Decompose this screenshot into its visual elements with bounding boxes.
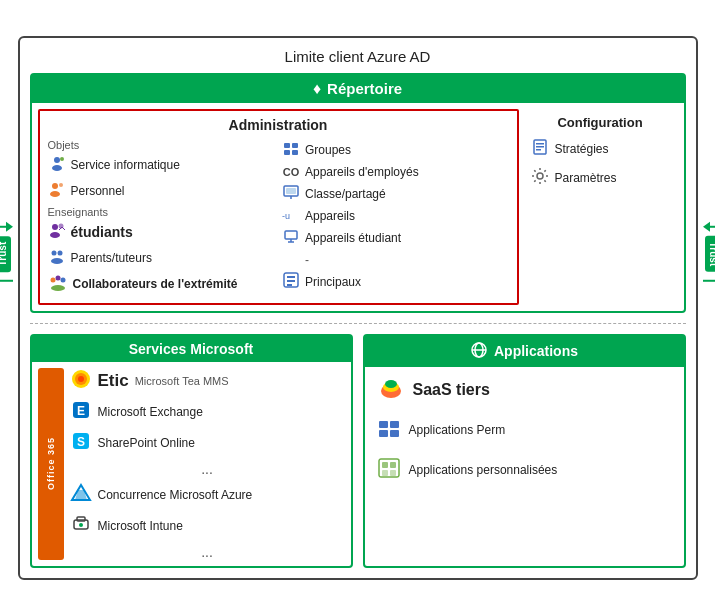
appareils-etudiant-label: Appareils étudiant <box>305 231 401 245</box>
dash-item: - <box>282 253 509 267</box>
svg-rect-21 <box>286 188 296 194</box>
repertoire-box: ♦ Répertoire Administration Objets <box>30 73 686 313</box>
dots2: ... <box>70 544 345 560</box>
appareils-employes-icon: CO <box>282 166 300 178</box>
svg-rect-16 <box>284 143 290 148</box>
svg-point-7 <box>50 232 60 238</box>
admin-group1-label: Objets <box>48 139 275 151</box>
enseignants-label: Enseignants <box>48 206 275 218</box>
repertoire-header: ♦ Répertoire <box>32 75 684 103</box>
app-custom-label: Applications personnalisées <box>409 463 558 477</box>
app-custom-icon <box>377 457 401 483</box>
svg-rect-27 <box>287 276 295 278</box>
svg-point-1 <box>52 165 62 171</box>
parametres-icon <box>531 167 549 189</box>
trust-left-label: Trust <box>0 235 11 271</box>
svg-rect-59 <box>390 462 396 468</box>
parents-label: Parents/tuteurs <box>71 251 152 265</box>
personnel-item: Personnel <box>48 180 275 202</box>
svg-point-6 <box>52 224 58 230</box>
service-informatique-icon <box>48 154 66 176</box>
service-informatique-label: Service informatique <box>71 158 180 172</box>
dots1: ... <box>70 461 345 477</box>
groupes-item: Groupes <box>282 139 509 161</box>
parents-item: Parents/tuteurs <box>48 247 275 269</box>
services-header: Services Microsoft <box>32 336 351 362</box>
collaborateurs-icon <box>48 273 68 295</box>
saas-label: SaaS tiers <box>413 381 490 399</box>
personnel-icon <box>48 180 66 202</box>
svg-rect-45 <box>77 517 85 521</box>
svg-point-12 <box>50 277 55 282</box>
svg-point-9 <box>51 250 56 255</box>
apps-header: Applications <box>365 336 684 367</box>
appareils-employes-label: Appareils d'employés <box>305 165 419 179</box>
svg-rect-28 <box>287 280 295 282</box>
classe-item: Classe/partagé <box>282 183 509 205</box>
appareils-etudiant-icon <box>282 227 300 249</box>
services-box: Services Microsoft Office 365 <box>30 334 353 568</box>
parametres-item: Paramètres <box>531 167 670 189</box>
principaux-label: Principaux <box>305 275 361 289</box>
svg-rect-18 <box>284 150 290 155</box>
svg-rect-23 <box>285 231 297 239</box>
svg-rect-19 <box>292 150 298 155</box>
svg-rect-61 <box>390 470 396 476</box>
svg-point-4 <box>50 191 60 197</box>
svg-point-52 <box>385 380 397 388</box>
dashed-divider <box>30 323 686 324</box>
svg-point-2 <box>60 157 64 161</box>
svg-rect-58 <box>382 462 388 468</box>
appareils-employes-item: CO Appareils d'employés <box>282 165 509 179</box>
groupes-icon <box>282 139 300 161</box>
sharepoint-icon: S <box>70 430 92 456</box>
admin-title: Administration <box>48 117 509 133</box>
outer-title: Limite client Azure AD <box>30 48 686 65</box>
principaux-item: Principaux <box>282 271 509 293</box>
exchange-item: E Microsoft Exchange <box>70 399 345 425</box>
svg-rect-54 <box>390 421 399 428</box>
svg-point-34 <box>537 173 543 179</box>
intune-label: Microsoft Intune <box>98 519 183 533</box>
apps-globe-icon <box>470 341 488 362</box>
appareils-etudiant-item: Appareils étudiant <box>282 227 509 249</box>
svg-rect-17 <box>292 143 298 148</box>
svg-text:E: E <box>76 404 84 418</box>
etic-icon <box>70 368 92 394</box>
svg-point-0 <box>54 157 60 163</box>
collaborateurs-label: Collaborateurs de l'extrémité <box>73 277 238 291</box>
administration-section: Administration Objets Service informatiq… <box>38 109 519 305</box>
personnel-label: Personnel <box>71 184 125 198</box>
classe-icon <box>282 183 300 205</box>
office365-label: Office 365 <box>46 437 56 490</box>
app-perm-item: Applications Perm <box>377 417 672 443</box>
apps-box: Applications SaaS tiers <box>363 334 686 568</box>
etudiants-icon <box>48 221 66 243</box>
saas-icon <box>377 377 405 403</box>
svg-rect-55 <box>379 430 388 437</box>
app-custom-item: Applications personnalisées <box>377 457 672 483</box>
svg-point-13 <box>55 275 60 280</box>
trust-right-label: Trust <box>705 235 716 271</box>
strategies-item: Stratégies <box>531 138 670 160</box>
azure-item: Concurrence Microsoft Azure <box>70 482 345 508</box>
svg-point-15 <box>51 285 65 291</box>
svg-point-11 <box>51 258 63 264</box>
svg-point-10 <box>57 250 62 255</box>
svg-rect-33 <box>536 149 541 151</box>
classe-label: Classe/partagé <box>305 187 386 201</box>
etic-item: Etic Microsoft Tea MMS <box>70 368 345 394</box>
strategies-icon <box>531 138 549 160</box>
intune-icon <box>70 513 92 539</box>
svg-point-46 <box>79 523 83 527</box>
etic-label: Etic <box>98 371 129 391</box>
etudiants-label: étudiants <box>71 224 133 240</box>
etudiants-item: étudiants <box>48 221 275 243</box>
sharepoint-label: SharePoint Online <box>98 436 195 450</box>
appareils-icon: -u <box>282 211 300 221</box>
appareils-label: Appareils <box>305 209 355 223</box>
svg-text:S: S <box>76 435 84 449</box>
groupes-label: Groupes <box>305 143 351 157</box>
svg-rect-29 <box>287 284 292 286</box>
saas-item: SaaS tiers <box>377 377 672 403</box>
